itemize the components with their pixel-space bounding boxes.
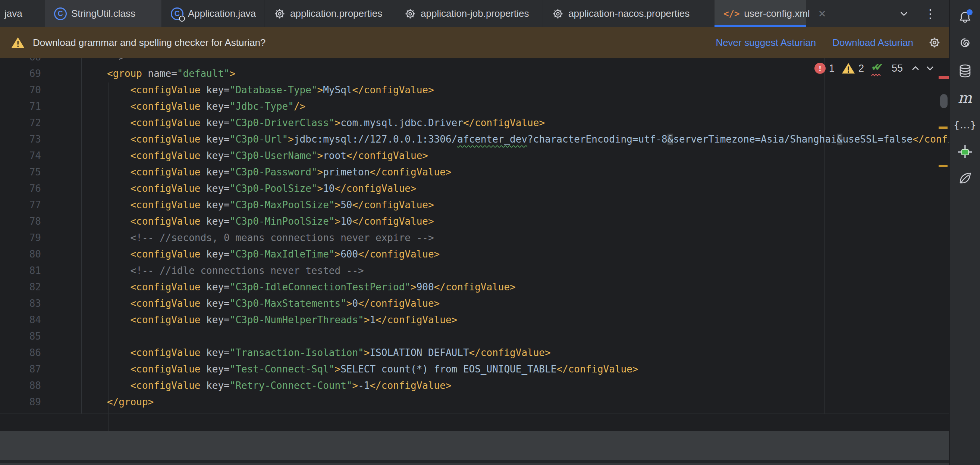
maven-icon[interactable]: m — [957, 89, 973, 106]
line-number: 85 — [0, 328, 41, 344]
code-line: <configValue key="C3p0-MinPoolSize">10</… — [107, 213, 434, 230]
tab-label: application-nacos.properties — [568, 8, 689, 19]
line-number: 71 — [0, 98, 41, 115]
properties-file-icon — [274, 8, 286, 20]
ide-window: java C StringUtil.class C Application.ja… — [0, 0, 980, 465]
code-line: <configValue key="C3p0-MaxPoolSize">50</… — [107, 197, 434, 213]
class-icon: C — [54, 8, 67, 20]
code-line: </group> — [107, 394, 154, 410]
runnable-class-icon: C — [171, 8, 183, 20]
code-line: <group name="default"> — [107, 65, 235, 82]
code-line: <configValue key="Jdbc-Type"/> — [107, 98, 305, 115]
tab-label: Application.java — [188, 8, 256, 19]
tab-java-partial[interactable]: java — [0, 0, 45, 27]
code-line: <!-- //idle connections never tested --> — [107, 262, 364, 279]
chevron-down-icon[interactable] — [898, 8, 910, 19]
code-line: <configValue key="C3p0-NumHelperThreads"… — [107, 312, 457, 328]
line-number: 87 — [0, 361, 41, 377]
tab-user-config-xml[interactable]: </> user-config.xml ✕ — [714, 0, 806, 27]
notifications-bell-icon[interactable] — [957, 9, 973, 26]
line-number: 86 — [0, 344, 41, 361]
warning-stripe-mark[interactable] — [939, 126, 948, 129]
more-options-icon[interactable]: ⋮ — [924, 7, 936, 21]
editor-tab-bar: java C StringUtil.class C Application.ja… — [0, 0, 949, 27]
line-number: 83 — [0, 295, 41, 312]
suggestion-banner: Download grammar and spelling checker fo… — [0, 27, 949, 58]
editor-bottom-border — [0, 414, 949, 414]
code-line: <configValue key="C3p0-PoolSize">10</con… — [107, 180, 417, 197]
database-icon[interactable] — [957, 63, 973, 79]
passed-checks-icon: ✔✔ — [871, 62, 888, 75]
passed-count: 55 — [892, 63, 903, 74]
line-number: 69 — [0, 65, 41, 82]
line-number: 74 — [0, 147, 41, 164]
tab-stringutil-class[interactable]: C StringUtil.class — [45, 0, 162, 27]
line-number: 73 — [0, 131, 41, 147]
spring-leaf-icon[interactable] — [957, 170, 973, 187]
code-line: <configValue key="C3p0-DriverClass">com.… — [107, 115, 545, 131]
plugin-tool-icon[interactable] — [957, 143, 973, 160]
warning-icon — [11, 37, 25, 48]
line-number: 82 — [0, 279, 41, 295]
notification-badge — [967, 9, 972, 15]
warning-icon — [842, 62, 855, 74]
prev-problem-icon[interactable] — [910, 63, 921, 74]
tab-application-nacos-properties[interactable]: application-nacos.properties — [543, 0, 714, 27]
tab-label: application.properties — [290, 8, 382, 19]
banner-settings-icon[interactable] — [928, 36, 941, 49]
line-number: 75 — [0, 164, 41, 180]
line-number: 78 — [0, 213, 41, 230]
tab-label: StringUtil.class — [71, 8, 135, 19]
tab-label: java — [5, 8, 22, 19]
never-suggest-link[interactable]: Never suggest Asturian — [716, 37, 816, 48]
tab-application-java[interactable]: C Application.java — [162, 0, 265, 27]
scrollbar-thumb[interactable] — [940, 94, 948, 108]
tab-application-job-properties[interactable]: application-job.properties — [395, 0, 543, 27]
xml-file-icon: </> — [724, 9, 740, 19]
line-number: 68 — [0, 58, 41, 65]
right-tool-sidebar: m {…} — [949, 0, 980, 465]
line-number: 79 — [0, 230, 41, 246]
line-number: 81 — [0, 262, 41, 279]
line-number: 80 — [0, 246, 41, 262]
warning-count: 2 — [858, 63, 864, 74]
code-line: <configValue key="Test-Connect-Sql">SELE… — [107, 361, 638, 377]
download-link[interactable]: Download Asturian — [832, 37, 913, 48]
code-line: <configValue key="Retry-Connect-Count">-… — [107, 377, 452, 394]
tab-application-properties[interactable]: application.properties — [265, 0, 395, 27]
code-line: <configValue key="C3p0-MaxStatements">0<… — [107, 295, 440, 312]
code-line: <configValue key="C3p0-UserName">root</c… — [107, 147, 428, 164]
error-count: 1 — [829, 63, 835, 74]
status-bar-edge — [0, 463, 949, 465]
gutter-separator — [81, 58, 82, 414]
next-problem-icon[interactable] — [924, 63, 935, 74]
code-line: <configValue key="C3p0-Password">primeto… — [107, 164, 452, 180]
bottom-panel — [0, 431, 949, 465]
inspections-widget[interactable]: ! 1 2 ✔✔ 55 — [815, 62, 935, 75]
line-number: 77 — [0, 197, 41, 213]
ai-assistant-icon[interactable] — [957, 36, 973, 52]
endpoints-icon[interactable]: {…} — [957, 117, 973, 133]
code-line: <configValue key="C3p0-IdleConnectionTes… — [107, 279, 516, 295]
code-line: <!-- //seconds, 0 means connections neve… — [107, 230, 434, 246]
line-number: 76 — [0, 180, 41, 197]
line-number: 88 — [0, 377, 41, 394]
line-number: 72 — [0, 115, 41, 131]
properties-file-icon — [552, 8, 564, 20]
error-icon: ! — [815, 63, 826, 74]
line-number: 84 — [0, 312, 41, 328]
error-stripe-mark[interactable] — [939, 76, 949, 79]
code-line: --> — [107, 58, 124, 65]
panel-divider — [0, 460, 949, 463]
warning-stripe-mark[interactable] — [939, 165, 948, 167]
line-number: 89 — [0, 394, 41, 410]
properties-file-icon — [404, 8, 416, 20]
code-line: <configValue key="C3p0-Url">jdbc:mysql:/… — [107, 131, 949, 147]
tab-label: user-config.xml — [744, 8, 810, 19]
code-editor[interactable]: 6869707172737475767778798081828384858687… — [0, 58, 949, 431]
code-line: <configValue key="Database-Type">MySql</… — [107, 82, 434, 98]
code-line: <configValue key="C3p0-MaxIdleTime">600<… — [107, 246, 440, 262]
line-number: 70 — [0, 82, 41, 98]
hard-wrap-guide — [824, 58, 825, 414]
close-tab-icon[interactable]: ✕ — [818, 9, 826, 19]
